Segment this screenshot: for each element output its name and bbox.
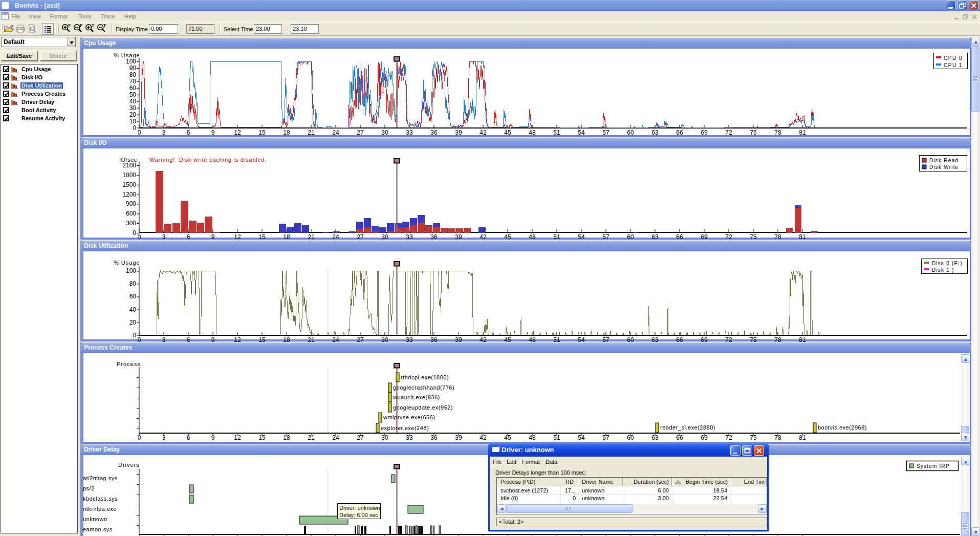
svg-text:P: P (68, 24, 71, 28)
svg-text:T: T (103, 24, 106, 28)
svg-text:T: T (92, 24, 95, 28)
svg-text:P: P (80, 24, 82, 28)
